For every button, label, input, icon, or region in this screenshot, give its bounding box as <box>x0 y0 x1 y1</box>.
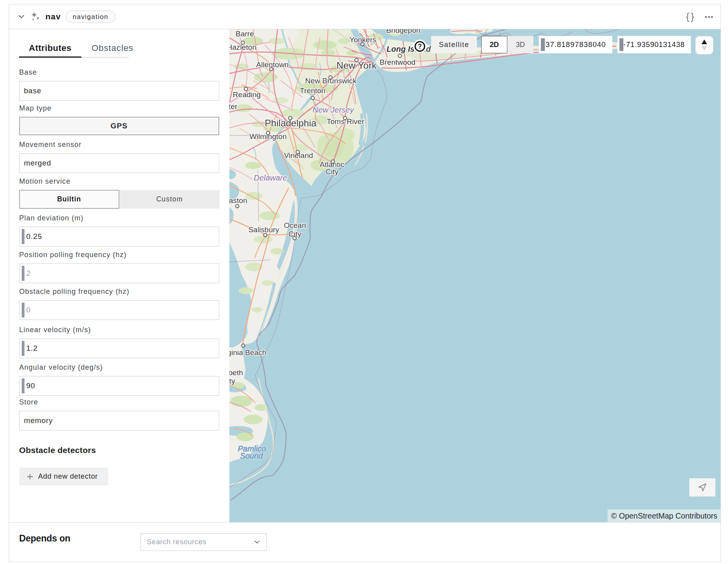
svg-text:ginia Beach: ginia Beach <box>229 348 266 357</box>
svg-text:Salisbury: Salisbury <box>248 226 280 234</box>
svg-text:Bridgeport: Bridgeport <box>386 29 421 34</box>
svg-text:Reading: Reading <box>233 90 261 99</box>
svg-text:Brentwood: Brentwood <box>380 58 416 66</box>
svg-text:beth: beth <box>229 368 243 377</box>
svg-text:Sound: Sound <box>240 451 263 460</box>
svg-text:Barre: Barre <box>236 30 254 38</box>
svg-text:New Jersey: New Jersey <box>313 105 354 114</box>
svg-text:Ocean: Ocean <box>284 221 306 229</box>
svg-text:aston: aston <box>229 196 247 205</box>
svg-text:Delaware: Delaware <box>254 173 287 182</box>
svg-text:ty: ty <box>229 377 235 385</box>
svg-text:ter: ter <box>229 102 238 111</box>
svg-text:City: City <box>326 167 339 176</box>
svg-text:Trenton: Trenton <box>300 86 326 95</box>
